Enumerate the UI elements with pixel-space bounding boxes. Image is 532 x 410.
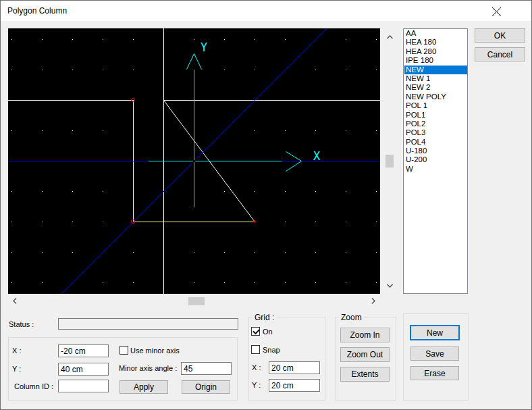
- grid-y-label: Y :: [252, 381, 261, 389]
- grid-snap-label: Snap: [263, 346, 280, 354]
- list-item[interactable]: POL4: [404, 138, 467, 147]
- status-label: Status :: [9, 320, 34, 328]
- erase-button[interactable]: Erase: [410, 366, 459, 380]
- list-item[interactable]: U-200: [404, 155, 467, 164]
- list-item[interactable]: NEW: [404, 66, 467, 74]
- zoom-group-title: Zoom: [339, 313, 364, 322]
- grid-group-title: Grid :: [252, 313, 276, 322]
- grid-on-checkbox[interactable]: [251, 327, 260, 336]
- canvas-svg: XY: [8, 28, 380, 294]
- column-id-input[interactable]: [58, 380, 109, 392]
- ok-button[interactable]: OK: [475, 28, 525, 43]
- y-input[interactable]: [58, 363, 109, 376]
- polygon-column-dialog: Polygon Column XY AAHEA 180HEA 280IPE 18…: [0, 0, 532, 410]
- y-label: Y :: [12, 365, 21, 373]
- window-title: Polygon Column: [7, 6, 67, 16]
- grid-x-input[interactable]: [269, 361, 320, 374]
- list-item[interactable]: IPE 180: [404, 56, 467, 65]
- hscroll-thumb[interactable]: [188, 297, 205, 305]
- section-listbox[interactable]: AAHEA 180HEA 280IPE 180NEWNEW 1NEW 2NEW …: [403, 28, 468, 294]
- minor-axis-angle-label: Minor axis angle :: [119, 364, 177, 372]
- extents-button[interactable]: Extents: [340, 367, 390, 382]
- list-item[interactable]: HEA 280: [404, 47, 467, 56]
- list-item[interactable]: POL3: [404, 128, 467, 137]
- save-button[interactable]: Save: [410, 347, 459, 361]
- grid-x-label: X :: [252, 363, 261, 371]
- list-item[interactable]: NEW 1: [404, 74, 467, 83]
- x-input[interactable]: [58, 344, 109, 357]
- grid-on-label: On: [263, 328, 273, 336]
- drawing-canvas[interactable]: XY: [8, 28, 380, 294]
- zoom-in-button[interactable]: Zoom In: [340, 328, 390, 342]
- list-item[interactable]: NEW 2: [404, 83, 467, 92]
- list-item[interactable]: HEA 180: [404, 38, 467, 47]
- use-minor-axis-label: Use minor axis: [130, 347, 180, 355]
- scroll-right-icon[interactable]: [371, 298, 375, 304]
- origin-button[interactable]: Origin: [182, 380, 230, 394]
- list-item[interactable]: AA: [404, 29, 467, 38]
- close-button[interactable]: [488, 4, 504, 19]
- status-field: [58, 318, 238, 330]
- x-label: X :: [12, 347, 21, 355]
- scroll-down-icon[interactable]: [387, 284, 393, 288]
- svg-text:Y: Y: [201, 41, 207, 54]
- new-button[interactable]: New: [410, 325, 460, 340]
- scroll-left-icon[interactable]: [13, 298, 17, 304]
- close-icon: [491, 7, 502, 17]
- grid-y-input[interactable]: [269, 379, 320, 392]
- list-item[interactable]: W: [404, 165, 467, 174]
- canvas-hscrollbar[interactable]: [7, 295, 380, 307]
- column-id-label: Column ID :: [14, 382, 53, 390]
- svg-text:X: X: [313, 149, 321, 163]
- canvas-vscrollbar[interactable]: [384, 28, 396, 294]
- minor-axis-angle-input[interactable]: [181, 362, 232, 375]
- list-item[interactable]: NEW POLY: [404, 93, 467, 101]
- apply-button[interactable]: Apply: [119, 380, 168, 394]
- grid-snap-checkbox[interactable]: [251, 345, 260, 354]
- use-minor-axis-checkbox[interactable]: [119, 346, 128, 355]
- list-item[interactable]: POL2: [404, 120, 467, 128]
- title-bar: Polygon Column: [1, 1, 531, 21]
- vscroll-thumb[interactable]: [385, 155, 394, 168]
- list-item[interactable]: POL 1: [404, 101, 467, 110]
- zoom-out-button[interactable]: Zoom Out: [340, 347, 390, 362]
- list-item[interactable]: U-180: [404, 147, 467, 155]
- scroll-up-icon[interactable]: [387, 35, 393, 39]
- list-item[interactable]: POL1: [404, 111, 467, 120]
- cancel-button[interactable]: Cancel: [475, 47, 525, 61]
